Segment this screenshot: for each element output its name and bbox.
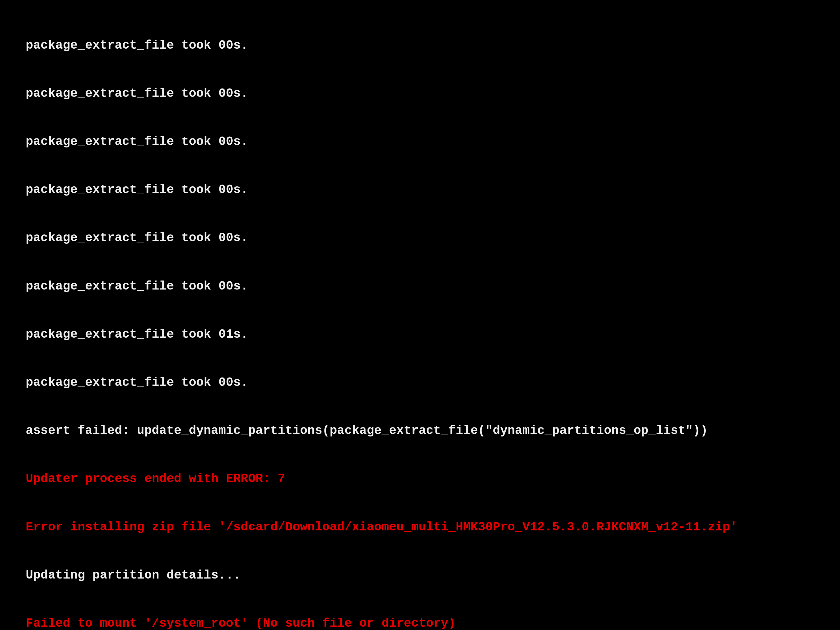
log-line-mount-failed: Failed to mount '/system_root' (No such … xyxy=(26,615,840,630)
terminal-output: package_extract_file took 00s. package_e… xyxy=(26,5,840,630)
log-line-updating: Updating partition details... xyxy=(26,567,840,583)
log-line: package_extract_file took 00s. xyxy=(26,182,840,197)
log-line: package_extract_file took 00s. xyxy=(26,374,840,390)
log-line-error-install: Error installing zip file '/sdcard/Downl… xyxy=(26,519,840,535)
log-line: package_extract_file took 01s. xyxy=(26,326,840,342)
log-line-error-code: Updater process ended with ERROR: 7 xyxy=(26,471,840,487)
log-line: package_extract_file took 00s. xyxy=(26,134,840,150)
log-line: package_extract_file took 00s. xyxy=(26,230,840,246)
log-line: package_extract_file took 00s. xyxy=(26,278,840,294)
log-line-assert-failed: assert failed: update_dynamic_partitions… xyxy=(26,423,840,439)
log-line: package_extract_file took 00s. xyxy=(26,37,840,53)
log-line: package_extract_file took 00s. xyxy=(26,85,840,101)
